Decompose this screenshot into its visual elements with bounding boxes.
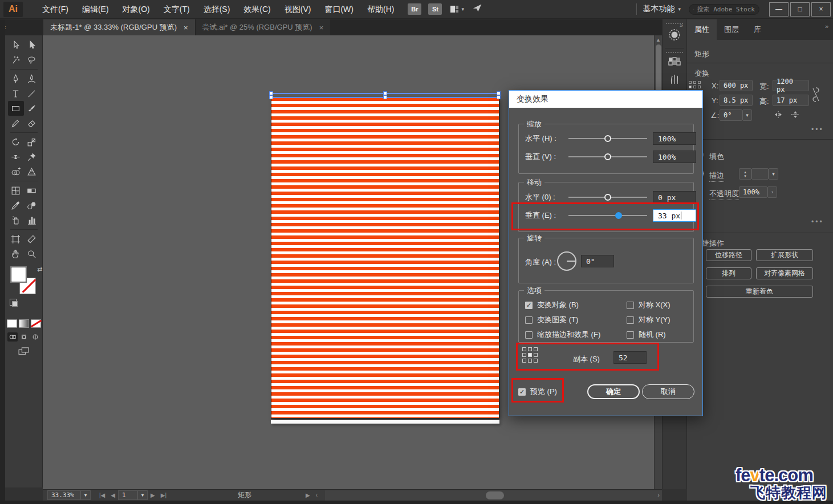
selection-handle[interactable] — [269, 91, 273, 95]
height-input[interactable]: 17 px — [773, 95, 809, 106]
zoom-level-field[interactable]: 33.33% — [47, 490, 80, 500]
blend-tool[interactable] — [24, 198, 40, 213]
eraser-tool[interactable] — [24, 116, 40, 131]
menu-file[interactable]: 文件(F) — [35, 0, 75, 19]
rotate-tool[interactable] — [8, 135, 24, 149]
constrain-proportions-button[interactable] — [811, 87, 820, 105]
hand-tool[interactable] — [8, 246, 24, 261]
menu-help[interactable]: 帮助(H) — [360, 0, 401, 19]
dialog-title-bar[interactable]: 变换效果 — [509, 91, 702, 108]
stock-button[interactable]: St — [428, 3, 442, 15]
checkbox[interactable] — [525, 302, 533, 309]
tab-libraries[interactable]: 库 — [746, 19, 769, 40]
slider-thumb[interactable] — [604, 194, 611, 201]
column-graph-tool[interactable] — [24, 213, 40, 227]
menu-view[interactable]: 视图(V) — [278, 0, 318, 19]
share-button[interactable] — [472, 3, 482, 15]
tab-properties[interactable]: 属性 — [687, 19, 717, 40]
y-input[interactable]: 8.5 px — [720, 95, 753, 106]
default-fill-stroke-icon[interactable] — [10, 299, 17, 306]
scale-h-slider[interactable] — [568, 138, 647, 139]
menu-effect[interactable]: 效果(C) — [237, 0, 277, 19]
flip-horizontal-button[interactable] — [774, 111, 783, 121]
draw-normal-button[interactable] — [7, 332, 18, 342]
brushes-panel-button[interactable] — [663, 71, 686, 90]
horizontal-scrollbar[interactable]: › — [325, 490, 662, 501]
menu-edit[interactable]: 编辑(E) — [75, 0, 116, 19]
checkbox[interactable] — [627, 302, 634, 309]
more-options-icon[interactable]: ••• — [811, 125, 824, 133]
option-scale-strokes[interactable]: 缩放描边和效果 (F) — [525, 330, 600, 339]
pencil-tool[interactable] — [8, 116, 24, 131]
option-reflect-x[interactable]: 对称 X(X) — [627, 300, 671, 310]
color-mode-button[interactable] — [7, 319, 17, 328]
flip-vertical-button[interactable] — [791, 111, 800, 121]
dock-expand-icon[interactable]: » — [680, 22, 683, 29]
close-button[interactable]: × — [811, 2, 831, 17]
dock-grip[interactable] — [666, 52, 683, 53]
arrange-documents-button[interactable]: ▾ — [450, 5, 464, 13]
paintbrush-tool[interactable] — [24, 101, 40, 116]
x-input[interactable]: 600 px — [720, 80, 753, 91]
stroke-weight-stepper[interactable]: ▴▾ — [739, 168, 751, 180]
gradient-tool[interactable] — [24, 183, 40, 198]
artboard-striped-artwork[interactable] — [271, 97, 499, 418]
magic-wand-tool[interactable] — [8, 52, 24, 67]
rotation-value[interactable]: 0° — [581, 255, 614, 267]
expand-shape-button[interactable]: 扩展形状 — [756, 249, 813, 261]
checkbox[interactable] — [627, 331, 634, 339]
checkbox[interactable] — [525, 331, 533, 339]
opacity-input[interactable]: 100% — [739, 186, 767, 198]
cancel-button[interactable]: 取消 — [642, 384, 694, 399]
status-back-icon[interactable]: ‹ — [313, 492, 320, 498]
tab-layers[interactable]: 图层 — [717, 19, 746, 40]
draw-behind-button[interactable] — [19, 332, 29, 342]
rotation-dial[interactable] — [557, 251, 576, 271]
minimize-button[interactable]: — — [769, 2, 789, 17]
tab-close-icon[interactable]: × — [184, 23, 188, 32]
slice-tool[interactable] — [24, 231, 40, 246]
selection-handle[interactable] — [497, 95, 501, 99]
fill-swatch[interactable] — [11, 267, 26, 282]
scale-v-slider[interactable] — [568, 156, 647, 157]
menu-object[interactable]: 对象(O) — [116, 0, 157, 19]
option-transform-objects[interactable]: 变换对象 (B) — [525, 300, 579, 310]
selection-handle[interactable] — [383, 91, 387, 95]
status-play-icon[interactable]: ▶ — [303, 492, 313, 498]
move-h-value[interactable]: 0 px — [653, 191, 696, 204]
document-tab-inactive[interactable]: 尝试.ai* @ 25% (RGB/GPU 预览) × — [195, 19, 331, 35]
stroke-weight-input[interactable] — [751, 168, 769, 180]
menu-select[interactable]: 选择(S) — [197, 0, 237, 19]
checkbox[interactable] — [627, 316, 634, 324]
lasso-tool[interactable] — [24, 52, 40, 67]
offset-path-button[interactable]: 位移路径 — [706, 249, 751, 261]
artboard-number-field[interactable]: 1 — [118, 490, 137, 500]
free-transform-tool[interactable] — [24, 149, 40, 164]
last-artboard-icon[interactable]: ▶| — [158, 492, 169, 498]
search-input[interactable]: 搜索 Adobe Stock — [689, 4, 759, 15]
checkbox[interactable] — [525, 316, 533, 324]
width-tool[interactable] — [8, 149, 24, 164]
angle-dropdown[interactable]: ▾ — [742, 109, 752, 121]
prev-artboard-icon[interactable]: ◀ — [108, 492, 118, 498]
perspective-grid-tool[interactable] — [24, 164, 40, 179]
selection-tool[interactable] — [8, 38, 24, 52]
type-tool[interactable] — [8, 86, 24, 101]
document-tab-active[interactable]: 未标题-1* @ 33.33% (RGB/GPU 预览) × — [43, 19, 195, 35]
artboard-tool[interactable] — [8, 231, 24, 246]
draw-inside-button[interactable] — [30, 332, 40, 342]
stroke-weight-dropdown[interactable]: ▾ — [769, 168, 778, 180]
swatches-panel-button[interactable] — [663, 55, 686, 71]
color-panel-button[interactable] — [663, 26, 686, 47]
tab-close-icon[interactable]: × — [319, 23, 324, 32]
ok-button[interactable]: 确定 — [587, 384, 640, 399]
mesh-tool[interactable] — [8, 183, 24, 198]
pen-tool[interactable] — [8, 71, 24, 86]
maximize-button[interactable]: □ — [790, 2, 810, 17]
selection-handle[interactable] — [269, 95, 273, 99]
opacity-options-button[interactable]: › — [767, 186, 777, 198]
selection-handle[interactable] — [383, 95, 387, 99]
zoom-dropdown[interactable]: ▾ — [80, 490, 91, 500]
angle-input[interactable]: 0° — [720, 109, 742, 121]
vertical-scrollbar-thumb[interactable] — [656, 44, 661, 96]
